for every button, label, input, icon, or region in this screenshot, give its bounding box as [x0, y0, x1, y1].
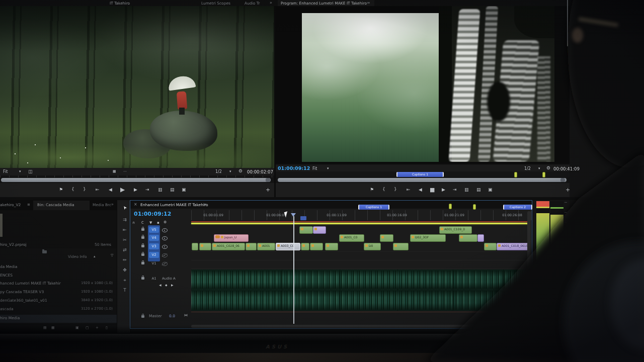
timeline-tab-close-icon[interactable]: ×: [134, 202, 137, 207]
timeline-clip-v4[interactable]: [477, 234, 484, 242]
program-caption-block[interactable]: Captions 1: [396, 172, 444, 177]
timeline-clip-v5[interactable]: [299, 226, 313, 234]
program-go-to-out-icon[interactable]: ⇥: [453, 188, 457, 192]
lock-icon-v3[interactable]: [141, 245, 144, 247]
tab-source-partial[interactable]: IT Takehiro: [110, 1, 130, 6]
timeline-vertical-scrollbar[interactable]: [527, 211, 531, 324]
lock-icon-v2[interactable]: [141, 253, 144, 256]
program-scrollbar-handle[interactable]: [560, 178, 565, 182]
timeline-tab-label[interactable]: Enhanced Lumetri MAKE IT Takehiro: [140, 203, 208, 207]
program-step-forward-icon[interactable]: ▶: [442, 188, 445, 192]
tab-lumetri-scopes[interactable]: Lumetri Scopes: [201, 1, 230, 6]
timeline-clip-v3[interactable]: [310, 243, 323, 250]
source-insert-icon[interactable]: ▥: [158, 188, 163, 192]
safe-margins-icon[interactable]: ◫: [28, 169, 33, 174]
source-settings-wrench-icon[interactable]: ⚙: [238, 169, 243, 173]
timeline-clip-v3[interactable]: [192, 243, 198, 250]
source-zoom-dropdown-icon[interactable]: ▾: [19, 170, 21, 173]
program-marker-2[interactable]: [542, 172, 545, 177]
tab-program-monitor[interactable]: Program: Enhanced Lumetri MAKE IT Takehi…: [281, 1, 367, 6]
audio-track-name[interactable]: Audio A: [162, 277, 176, 281]
program-extract-icon[interactable]: ▤: [476, 188, 481, 192]
source-step-forward-icon[interactable]: ▶: [134, 188, 137, 192]
program-zoom-dropdown-icon[interactable]: ▾: [327, 167, 329, 170]
audio-waveform-bottom[interactable]: [191, 291, 530, 310]
timeline-clip-v3[interactable]: A001: [257, 243, 275, 250]
lock-icon-v5[interactable]: [141, 228, 144, 231]
source-add-marker-icon[interactable]: ⚑: [59, 188, 63, 192]
keyframe-add-icon[interactable]: ◆: [165, 284, 168, 287]
timeline-clip-v5[interactable]: [313, 226, 326, 234]
tab-overflow-icon[interactable]: »: [270, 1, 272, 5]
sequence-marker-2[interactable]: [473, 204, 476, 210]
timeline-clip-v4[interactable]: [459, 234, 477, 242]
program-export-frame-icon[interactable]: ▣: [488, 188, 493, 192]
timeline-clip-v3[interactable]: [199, 243, 211, 250]
program-lift-icon[interactable]: ▥: [464, 188, 469, 192]
source-mark-in-icon[interactable]: {: [71, 187, 74, 192]
source-button-editor-plus-icon[interactable]: +: [266, 187, 270, 193]
timeline-clip-v3[interactable]: A001_C028_06: [212, 243, 245, 250]
panel-divider-vertical[interactable]: [274, 6, 276, 197]
timeline-clip-v3[interactable]: [246, 243, 257, 250]
timeline-caption-1[interactable]: Captions 1: [358, 205, 389, 210]
filter-funnel-icon[interactable]: ▽: [111, 254, 113, 257]
timeline-clip-v5[interactable]: A001_C109_0: [439, 226, 472, 234]
ripple-edit-tool-icon[interactable]: ⇤: [121, 227, 129, 232]
program-settings-wrench-icon[interactable]: ⚙: [546, 166, 550, 170]
project-row-clip-1[interactable]: denGate360_take01_v01 3840 x 1920 (1.0): [0, 297, 117, 305]
add-marker-icon[interactable]: ▼: [149, 221, 152, 225]
program-stop-icon[interactable]: ■: [430, 187, 435, 193]
tab-media-browser[interactable]: Media Brc: [93, 203, 111, 207]
project-row-clip-2[interactable]: ascada 3120 x 2700 (1.0): [0, 306, 117, 314]
project-row-folder-sequences[interactable]: ENCES: [0, 272, 117, 280]
timeline-clip-v3[interactable]: A001_C018_0618: [497, 243, 530, 250]
source-scrollbar-handle[interactable]: [266, 178, 270, 182]
audio-waveform-top[interactable]: [191, 270, 530, 289]
eye-icon-v4[interactable]: [162, 236, 168, 240]
slip-tool-icon[interactable]: ⇄: [121, 247, 129, 252]
zoom-tool-icon[interactable]: ⌖: [121, 278, 129, 283]
timeline-marker-dot-icon[interactable]: ▪: [157, 221, 159, 225]
track-button-a1[interactable]: A1: [149, 276, 159, 282]
lock-icon-v4[interactable]: [141, 236, 144, 239]
pen-tool-icon[interactable]: ✏: [121, 257, 129, 262]
timeline-panel-menu-icon[interactable]: ≡: [203, 202, 207, 207]
project-panel-menu-icon[interactable]: ≡: [27, 203, 30, 207]
keyframe-prev-icon[interactable]: ◀: [159, 284, 162, 287]
timeline-clip-v3[interactable]: D0: [364, 243, 381, 250]
source-overwrite-icon[interactable]: ▤: [170, 188, 175, 192]
eye-icon-v5[interactable]: [162, 228, 168, 232]
snap-icon[interactable]: ∩: [132, 221, 135, 225]
track-button-v1[interactable]: V1: [149, 260, 159, 266]
timeline-clip-v4[interactable]: A001_C0: [339, 234, 364, 242]
program-zoom-scrollbar[interactable]: [278, 178, 567, 182]
program-step-back-icon[interactable]: ◀: [419, 188, 422, 192]
source-playback-resolution[interactable]: 1/2: [215, 169, 222, 174]
tab-audio-track-mixer[interactable]: Audio Tr: [245, 1, 260, 6]
program-marker-1[interactable]: [514, 172, 517, 177]
clip-marker-box[interactable]: [300, 216, 306, 220]
lock-icon-master[interactable]: [141, 315, 144, 318]
tab-bin-cascada-media[interactable]: Bin: Cascada Media: [37, 203, 74, 207]
source-export-frame-icon[interactable]: ▣: [182, 188, 186, 192]
master-gain-value[interactable]: 0.0: [169, 314, 175, 318]
source-grid-icon[interactable]: ▦: [113, 170, 116, 173]
linked-selection-icon[interactable]: C: [141, 221, 144, 225]
program-res-dropdown-icon[interactable]: ▾: [538, 167, 540, 170]
timeline-clip-v3[interactable]: [325, 243, 338, 250]
source-res-dropdown-icon[interactable]: ▾: [229, 170, 231, 173]
source-zoom-select[interactable]: Fit: [3, 169, 8, 174]
program-mark-in-icon[interactable]: {: [382, 187, 385, 192]
timeline-settings-wrench-icon[interactable]: ⚙: [164, 221, 167, 224]
hand-tool-icon[interactable]: ✥: [121, 267, 129, 273]
program-panel-menu-icon[interactable]: ≡: [367, 1, 370, 5]
source-go-to-out-icon[interactable]: ⇥: [145, 188, 149, 192]
sequence-marker-1[interactable]: [449, 204, 452, 209]
program-mark-out-icon[interactable]: }: [394, 187, 397, 192]
master-fit-icon[interactable]: ⋈: [184, 314, 188, 317]
track-button-v3[interactable]: V3: [149, 243, 159, 249]
time-ruler[interactable]: [191, 210, 532, 220]
project-tab-overflow-icon[interactable]: »: [111, 202, 114, 207]
playhead-caret[interactable]: [291, 213, 296, 217]
